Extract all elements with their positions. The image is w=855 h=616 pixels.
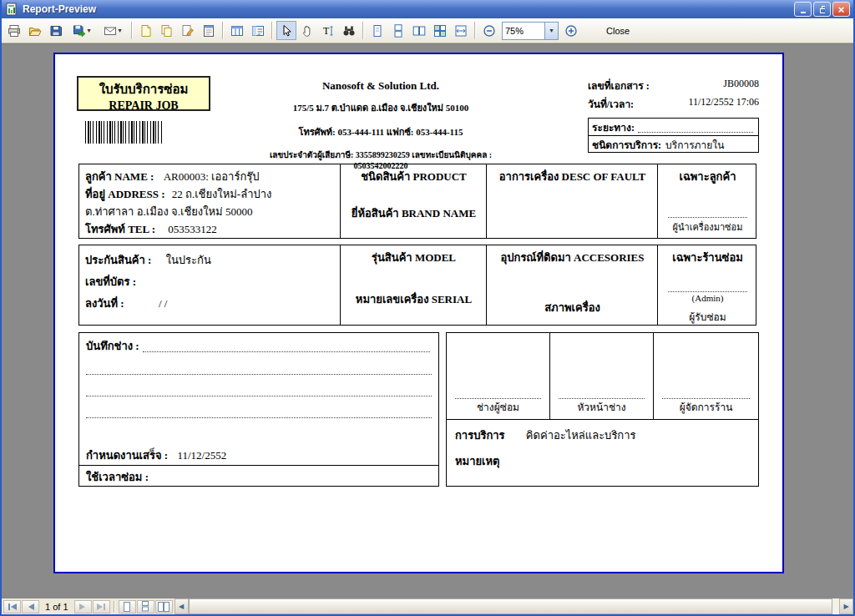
technician-signature-box: ช่างผู้ซ่อม <box>446 332 550 420</box>
warranty-label: ประกันสินค้า : <box>85 254 151 266</box>
view-page-width-button[interactable] <box>451 21 471 40</box>
manager-signature-label: ผู้จัดการร้าน <box>654 399 758 415</box>
layout-single-page-button[interactable] <box>119 600 136 613</box>
customer-name-value: AR00003: เออาร์กรุ๊ป <box>164 170 260 183</box>
customer-address-label: ที่อยู่ ADDRESS : <box>85 188 165 200</box>
titlebar[interactable]: Report-Preview × <box>2 0 853 18</box>
hand-tool-button[interactable] <box>297 21 317 40</box>
export-icon <box>73 24 86 38</box>
send-mail-button[interactable]: ▾ <box>98 21 128 40</box>
find-button[interactable] <box>339 21 359 40</box>
service-value: คิดค่าอะไหล่และบริการ <box>526 429 636 442</box>
doc-no-label: เลขที่เอกสาร : <box>588 78 650 93</box>
window-title: Report-Preview <box>23 3 794 15</box>
close-window-button[interactable]: × <box>832 2 850 17</box>
view-continuous-button[interactable] <box>388 21 408 40</box>
select-tool-button[interactable] <box>276 21 296 40</box>
chief-signature-label: หัวหน้าช่าง <box>550 399 653 415</box>
chief-signature-box: หัวหน้าช่าง <box>549 332 654 420</box>
view-whole-page-button[interactable] <box>367 21 387 40</box>
export-button[interactable]: ▾ <box>67 21 97 40</box>
text-select-tool-button[interactable]: T <box>318 21 338 40</box>
layout-facing-pages-button[interactable] <box>155 600 173 613</box>
page-width-icon <box>454 24 468 38</box>
service-footer-box: การบริการ คิดค่าอะไหล่และบริการ หมายเหตุ <box>446 419 759 487</box>
warranty-card-label: เลขที่บัตร : <box>85 275 136 288</box>
zoom-input[interactable] <box>503 23 544 39</box>
tech-note-label: บันทึกช่าง : <box>86 337 139 355</box>
dotted-line <box>143 351 430 352</box>
page-setup-icon <box>202 24 215 38</box>
restore-icon <box>819 5 825 14</box>
close-preview-button[interactable]: Close <box>595 23 640 39</box>
repair-job-title-thai: ใบรับบริการซ่อม <box>78 79 209 99</box>
divider-line <box>79 465 438 466</box>
customer-cell: ลูกค้า NAME : AR00003: เออาร์กรุ๊ป ที่อย… <box>79 164 340 238</box>
outline-icon <box>251 24 265 38</box>
restore-button[interactable] <box>813 2 831 17</box>
preview-toolbar: ▾ ▾ T <box>2 18 853 43</box>
warranty-model-box: ประกันสินค้า : ในประกัน เลขที่บัตร : ลงว… <box>78 245 756 326</box>
zoom-out-icon <box>483 24 496 38</box>
preview-area[interactable]: ใบรับบริการซ่อม REPAIR JOB Nanosoft & So… <box>2 43 853 598</box>
thumbnails-button[interactable] <box>227 21 247 40</box>
prev-page-button[interactable] <box>22 600 39 613</box>
new-page-icon <box>139 24 153 38</box>
product-cell: ชนิดสินค้า PRODUCT ยี่ห้อสินค้า BRAND NA… <box>340 164 487 238</box>
brand-label: ยี่ห้อสินค้า BRAND NAME <box>341 204 487 222</box>
horizontal-scrollbar[interactable]: ◀ ▶ <box>175 598 853 614</box>
last-page-button[interactable] <box>93 600 110 613</box>
whole-page-icon <box>371 24 384 38</box>
last-page-icon <box>96 603 106 611</box>
dotted-line <box>668 216 747 218</box>
toolbar-separator <box>362 22 364 39</box>
customer-sign-cell: เฉพาะลูกค้า ผู้นำเครื่องมาซ่อม <box>657 164 757 238</box>
copy-page-button[interactable] <box>157 21 177 40</box>
save-button[interactable] <box>46 21 66 40</box>
next-page-button[interactable] <box>74 600 92 613</box>
scroll-right-button[interactable]: ▶ <box>839 598 853 614</box>
open-button[interactable] <box>25 21 45 40</box>
minimize-button[interactable] <box>794 2 812 17</box>
zoom-combo: ▾ <box>502 22 559 40</box>
edit-page-button[interactable] <box>178 21 198 40</box>
warranty-value: ในประกัน <box>166 254 211 266</box>
first-page-icon <box>8 603 18 611</box>
first-page-button[interactable] <box>3 600 21 613</box>
dotted-line <box>86 373 432 375</box>
scrollbar-thumb[interactable] <box>189 598 833 614</box>
customer-product-box: ลูกค้า NAME : AR00003: เออาร์กรุ๊ป ที่อย… <box>78 164 756 239</box>
repair-job-title-box: ใบรับบริการซ่อม REPAIR JOB <box>77 76 210 111</box>
customer-tel-label: โทรศัพท์ TEL : <box>85 223 155 235</box>
view-multiple-pages-button[interactable] <box>430 21 450 40</box>
scroll-left-button[interactable]: ◀ <box>175 598 189 614</box>
zoom-in-button[interactable] <box>561 21 581 40</box>
add-page-button[interactable] <box>136 21 156 40</box>
scrollbar-track[interactable] <box>189 598 839 614</box>
dotted-line <box>668 290 747 292</box>
model-cell: รุ่นสินค้า MODEL หมายเลขเครื่อง SERIAL <box>340 245 487 325</box>
layout-continuous-button[interactable] <box>137 600 154 613</box>
binoculars-icon <box>342 24 356 38</box>
zoom-out-button[interactable] <box>479 21 499 40</box>
outline-button[interactable] <box>248 21 268 40</box>
warranty-date-label: ลงวันที่ : <box>85 297 124 310</box>
copy-pages-icon <box>160 24 174 38</box>
hand-icon <box>301 24 314 38</box>
warranty-date-value: / / <box>159 297 167 310</box>
customer-address-value: 22 ถ.เชียงใหม่-ลำปาง <box>172 188 272 200</box>
page-setup-button[interactable] <box>199 21 219 40</box>
cursor-arrow-icon <box>280 24 293 38</box>
toolbar-separator <box>131 22 133 39</box>
report-preview-window: Report-Preview × ▾ ▾ <box>0 0 855 616</box>
thumbnails-icon <box>230 24 244 38</box>
product-label: ชนิดสินค้า PRODUCT <box>341 168 487 185</box>
zoom-in-icon <box>564 24 578 38</box>
zoom-dropdown-button[interactable]: ▾ <box>544 23 558 39</box>
view-two-pages-button[interactable] <box>409 21 429 40</box>
app-icon <box>5 3 18 16</box>
distance-label: ระยะทาง: <box>592 119 635 135</box>
print-button[interactable] <box>4 21 24 40</box>
dotted-line <box>86 417 432 418</box>
repair-duration-label: ใช้เวลาซ่อม : <box>86 471 149 483</box>
